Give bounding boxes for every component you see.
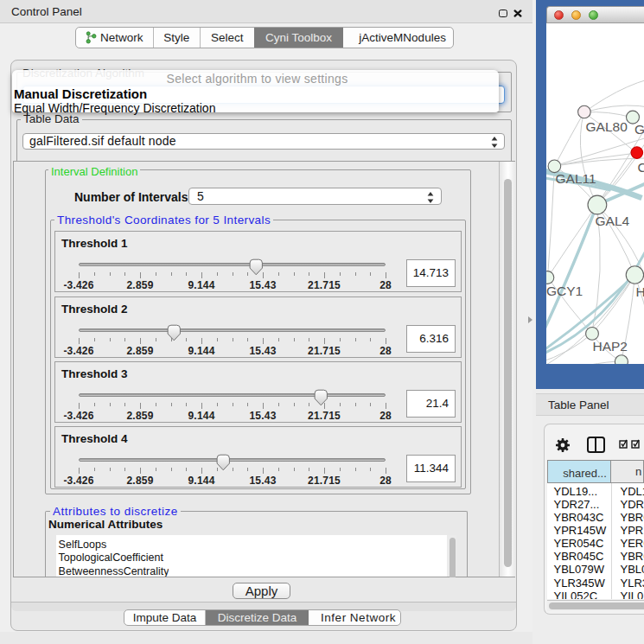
svg-text:H: H (635, 284, 644, 299)
svg-text:GAL4: GAL4 (595, 214, 629, 228)
svg-text:C: C (637, 160, 644, 175)
svg-text:GCY1: GCY1 (546, 284, 583, 298)
svg-text:GAL80: GAL80 (585, 119, 628, 134)
svg-text:HAP2: HAP2 (592, 339, 628, 354)
svg-text:GA: GA (634, 122, 644, 137)
svg-text:GAL11: GAL11 (555, 171, 596, 186)
